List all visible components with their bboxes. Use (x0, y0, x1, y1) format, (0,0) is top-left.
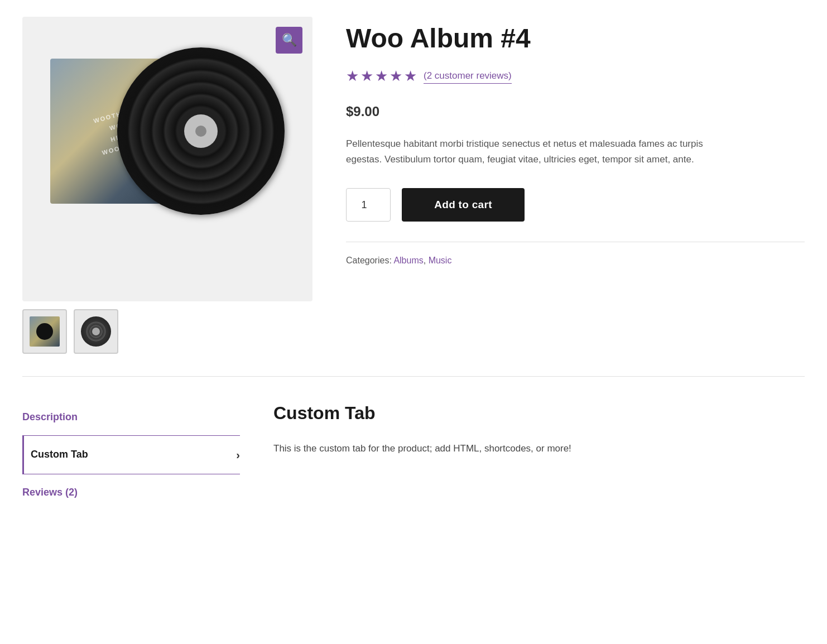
vinyl-record (117, 47, 285, 215)
category-albums[interactable]: Albums (393, 256, 423, 265)
tab-custom-tab-label: Custom Tab (31, 446, 88, 463)
star-rating: ★ ★ ★ ★ ★ (346, 65, 417, 88)
product-description: Pellentesque habitant morbi tristique se… (346, 136, 725, 169)
thumbnail-1[interactable] (22, 309, 67, 354)
tab-content-body: This is the custom tab for the product; … (273, 441, 805, 457)
main-image-container: 🔍 WOOTHEMESWOOTHEMESWOOTHEMES (22, 17, 312, 301)
star-3: ★ (375, 65, 388, 88)
star-2: ★ (360, 65, 373, 88)
product-image-vinyl: WOOTHEMESWOOTHEMESWOOTHEMES (50, 42, 285, 276)
divider (346, 242, 805, 242)
categories-row: Categories: Albums, Music (346, 253, 805, 268)
star-4: ★ (390, 65, 402, 88)
tab-content-area: Custom Tab This is the custom tab for th… (273, 399, 805, 511)
categories-label: Categories: (346, 256, 392, 265)
chevron-right-icon: › (236, 446, 240, 464)
tab-description[interactable]: Description (22, 399, 240, 436)
add-to-cart-button[interactable]: Add to cart (402, 188, 525, 222)
star-5: ★ (404, 65, 417, 88)
category-music[interactable]: Music (429, 256, 452, 265)
tab-content-title: Custom Tab (273, 399, 805, 427)
page-wrapper: 🔍 WOOTHEMESWOOTHEMESWOOTHEMES (0, 0, 827, 527)
add-to-cart-row: Add to cart (346, 188, 805, 222)
product-price: $9.00 (346, 101, 805, 122)
tab-navigation: Description Custom Tab › Reviews (2) (22, 399, 240, 511)
product-title: Woo Album #4 (346, 22, 805, 55)
tab-reviews[interactable]: Reviews (2) (22, 474, 240, 511)
rating-row: ★ ★ ★ ★ ★ (2 customer reviews) (346, 65, 805, 88)
tabs-section: Description Custom Tab › Reviews (2) Cus… (22, 376, 805, 511)
product-section: 🔍 WOOTHEMESWOOTHEMESWOOTHEMES (22, 17, 805, 354)
reviews-link[interactable]: (2 customer reviews) (424, 68, 512, 84)
thumb-album-inner (36, 323, 53, 340)
tab-custom-tab[interactable]: Custom Tab › (22, 436, 240, 474)
quantity-input[interactable] (346, 188, 391, 222)
thumbnail-2[interactable] (74, 309, 118, 354)
product-images: 🔍 WOOTHEMESWOOTHEMESWOOTHEMES (22, 17, 312, 354)
thumb-album-image (30, 316, 60, 347)
star-1: ★ (346, 65, 359, 88)
thumbnails (22, 309, 312, 354)
product-info: Woo Album #4 ★ ★ ★ ★ ★ (2 customer revie… (346, 17, 805, 354)
thumb-vinyl-image (81, 316, 111, 347)
